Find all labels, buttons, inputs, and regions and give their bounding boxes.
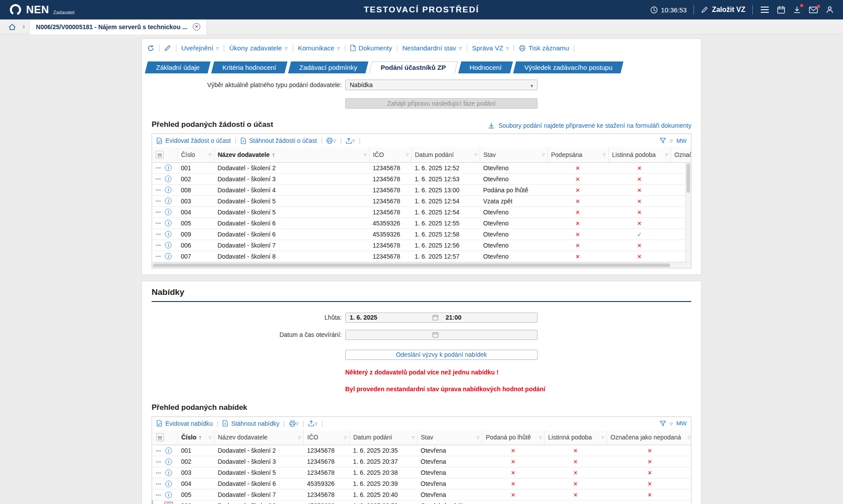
row-menu-icon[interactable]: ••• — [156, 232, 161, 237]
info-icon[interactable]: i — [165, 492, 172, 498]
column-header-1[interactable]: Číslo↑▽ — [178, 430, 214, 445]
info-icon[interactable]: i — [165, 447, 172, 454]
files-download-link[interactable]: Soubory podání najdete připravené ke sta… — [488, 122, 691, 129]
calendar-icon[interactable] — [432, 332, 439, 338]
row-menu-icon[interactable]: ••• — [156, 188, 161, 192]
create-vz-button[interactable]: Založit VZ — [701, 6, 745, 14]
row-menu-icon[interactable]: ••• — [156, 448, 161, 453]
grid-settings-icon[interactable]: ▤ — [156, 433, 164, 441]
table-row[interactable]: •••i005Dodavatel - školení 7123456781. 6… — [153, 489, 691, 500]
info-icon[interactable]: i — [165, 220, 172, 226]
tab-zakladni-udaje[interactable]: Základní údaje — [145, 61, 211, 73]
filter-caret-icon[interactable]: ▽ — [601, 435, 604, 440]
info-icon[interactable]: i — [165, 470, 172, 476]
table-row[interactable]: •••i006Dodavatel - školení 6453593261. 6… — [153, 500, 691, 504]
info-icon[interactable]: i — [165, 176, 172, 182]
lhuta-time-input[interactable]: 21:00 — [439, 314, 462, 321]
info-icon[interactable]: i — [165, 242, 172, 248]
column-header-4[interactable]: Datum podání▽ — [350, 430, 417, 445]
scrollbar-thumb[interactable] — [687, 164, 690, 193]
table-row[interactable]: •••i001Dodavatel - školení 2123456781. 6… — [152, 162, 691, 173]
chevron-down-icon[interactable]: ▽ — [314, 422, 317, 426]
row-menu-icon[interactable]: ••• — [156, 459, 161, 464]
horizontal-scrollbar[interactable] — [152, 262, 691, 268]
table-row[interactable]: •••i002Dodavatel - školení 3123456781. 6… — [153, 456, 691, 467]
menu-tisk-zaznamu[interactable]: Tisk záznamu — [519, 44, 569, 52]
refresh-icon[interactable] — [147, 45, 154, 52]
stahnout-nabidky-button[interactable]: Stáhnout nabídky — [222, 420, 279, 427]
menu-komunikace[interactable]: Komunikace▽ — [298, 44, 340, 52]
filter-icon[interactable] — [660, 420, 666, 427]
info-icon[interactable]: i — [165, 481, 172, 487]
column-header-8[interactable]: Označe — [671, 147, 691, 162]
export-icon[interactable] — [308, 420, 314, 427]
mail-icon[interactable] — [809, 6, 818, 14]
row-menu-icon[interactable]: ••• — [156, 221, 161, 225]
column-header-7[interactable]: Listinná podoba▽ — [545, 430, 607, 445]
table-row[interactable]: •••i006Dodavatel - školení 7123456781. 6… — [152, 240, 691, 251]
table-row[interactable]: •••i005Dodavatel - školení 6453593261. 6… — [152, 218, 691, 229]
menu-ukony-zadavatele[interactable]: Úkony zadavatele▽ — [229, 44, 287, 52]
print-icon[interactable] — [289, 420, 296, 427]
row-menu-icon[interactable]: ••• — [156, 210, 161, 214]
user-icon[interactable] — [825, 5, 834, 14]
column-header-3[interactable]: IČO▽ — [304, 430, 350, 445]
info-icon[interactable]: i — [165, 231, 172, 237]
print-icon[interactable] — [326, 137, 333, 144]
column-settings-button[interactable]: ▤ — [153, 430, 178, 445]
chevron-down-icon[interactable]: ▽ — [670, 422, 673, 426]
column-header-3[interactable]: IČO▽ — [369, 147, 411, 162]
tab-hodnoceni[interactable]: Hodnocení — [458, 61, 512, 73]
tab-podani-ucastniku-zp[interactable]: Podání účastníků ZP — [369, 61, 458, 73]
filter-caret-icon[interactable]: ▽ — [688, 435, 691, 440]
chevron-down-icon[interactable]: ▽ — [670, 139, 673, 143]
chevron-down-icon[interactable]: ▽ — [352, 139, 355, 143]
info-icon[interactable]: i — [165, 209, 172, 215]
export-icon[interactable] — [346, 137, 352, 144]
column-header-2[interactable]: Název dodavatele▽ — [214, 430, 304, 445]
table-row[interactable]: •••i008Dodavatel - školení 4123456781. 6… — [152, 184, 691, 195]
filter-caret-icon[interactable]: ▽ — [209, 435, 212, 440]
mw-label[interactable]: MW — [676, 137, 687, 144]
stahnout-zadosti-button[interactable]: Stáhnout žádosti o účast — [240, 137, 317, 144]
next-phase-button[interactable]: Zahájit přípravu následující fáze podání — [345, 98, 538, 109]
table-row[interactable]: •••i007Dodavatel - školení 8123456781. 6… — [152, 251, 691, 262]
column-header-1[interactable]: Číslo▽ — [177, 147, 214, 162]
column-header-6[interactable]: Podaná po lhůtě▽ — [482, 430, 545, 445]
table-row[interactable]: •••i003Dodavatel - školení 5123456781. 6… — [152, 195, 691, 206]
calendar-icon[interactable] — [777, 5, 786, 14]
menu-uverejneni[interactable]: Uveřejnění▽ — [181, 44, 219, 52]
row-menu-icon[interactable]: ••• — [156, 481, 161, 486]
vertical-scrollbar[interactable] — [685, 163, 691, 262]
filter-caret-icon[interactable]: ▽ — [474, 153, 477, 157]
column-header-4[interactable]: Datum podání▽ — [411, 147, 480, 162]
row-menu-icon[interactable]: ••• — [156, 243, 161, 248]
evidovat-zadost-button[interactable]: Evidovat žádost o účast — [156, 137, 231, 144]
menu-icon[interactable] — [760, 6, 770, 14]
chevron-down-icon[interactable]: ▽ — [333, 139, 336, 143]
filter-caret-icon[interactable]: ▽ — [298, 435, 301, 440]
scrollbar-thumb[interactable] — [153, 263, 670, 267]
table-row[interactable]: •••i009Dodavatel - školení 6453593261. 6… — [152, 229, 691, 240]
podani-type-select[interactable]: Nabídka ▼ — [345, 80, 538, 90]
grid-settings-icon[interactable]: ▤ — [156, 151, 164, 159]
home-icon[interactable] — [6, 23, 18, 31]
menu-sprava-vz[interactable]: Správa VZ▽ — [472, 44, 509, 52]
chevron-down-icon[interactable]: ▽ — [296, 422, 299, 426]
filter-caret-icon[interactable]: ▽ — [209, 153, 212, 157]
row-menu-icon[interactable]: ••• — [156, 177, 161, 181]
info-icon[interactable]: i — [165, 164, 172, 171]
info-icon[interactable]: i — [165, 503, 172, 504]
breadcrumb-record-tab[interactable]: N006/25/V00005181 - Nájem serverů s tech… — [29, 19, 206, 34]
tab-vysledek-zadavaciho-postupu[interactable]: Výsledek zadávacího postupu — [513, 61, 624, 73]
edit-icon[interactable] — [164, 45, 171, 51]
info-icon[interactable]: i — [165, 187, 172, 193]
column-header-5[interactable]: Stav▽ — [480, 147, 547, 162]
lhuta-date-input[interactable]: 1. 6. 2025 — [346, 314, 432, 321]
row-menu-icon[interactable]: ••• — [156, 199, 161, 203]
row-menu-icon[interactable]: ••• — [156, 166, 161, 170]
tab-zadavaci-podminky[interactable]: Zadávací podmínky — [288, 61, 369, 73]
close-icon[interactable]: ✕ — [193, 23, 200, 31]
filter-caret-icon[interactable]: ▽ — [344, 435, 347, 440]
row-menu-icon[interactable]: ••• — [156, 254, 161, 259]
